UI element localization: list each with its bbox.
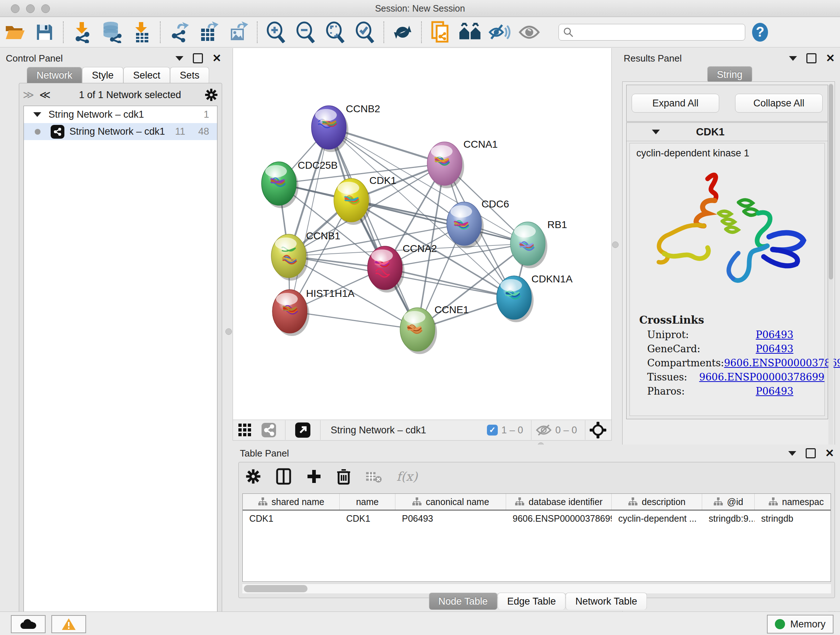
table-options-gear-icon[interactable]: [245, 469, 261, 485]
edge-CCNB2-CCNE1[interactable]: [329, 127, 417, 329]
zoom-fit-icon[interactable]: [324, 21, 347, 43]
zoom-selected-icon[interactable]: [354, 21, 376, 43]
node-HIST1H1A[interactable]: HIST1H1A: [272, 288, 355, 336]
show-columns-icon[interactable]: [276, 468, 292, 485]
crosslink-row: Pharos:P06493: [647, 386, 824, 397]
collapse-all-networks-icon[interactable]: ≪: [39, 89, 50, 100]
expand-all-button[interactable]: Expand All: [632, 94, 719, 112]
add-column-icon[interactable]: [306, 469, 322, 485]
float-panel-icon[interactable]: [806, 448, 816, 458]
table-cell[interactable]: CDK1: [340, 513, 395, 524]
crosslink-link[interactable]: 9606.ENSP00000378699: [724, 357, 840, 369]
crosslink-row: Uniprot:P06493: [647, 329, 824, 340]
birds-eye-view-icon[interactable]: [237, 419, 253, 441]
tab-node-table[interactable]: Node Table: [429, 593, 497, 610]
column-header-@id[interactable]: @id: [702, 494, 755, 510]
node-CDK1[interactable]: CDK1: [334, 175, 396, 225]
network-options-gear-icon[interactable]: [204, 88, 218, 102]
network-row[interactable]: String Network – cdk1 11 48: [24, 123, 217, 140]
column-header-namespac[interactable]: namespac: [755, 494, 831, 510]
table-hscrollbar[interactable]: [242, 584, 831, 593]
help-icon[interactable]: ?: [749, 21, 771, 43]
zoom-in-icon[interactable]: [265, 21, 287, 43]
apply-layout-icon[interactable]: [392, 21, 414, 43]
show-hidden-icon[interactable]: [518, 21, 540, 43]
tab-select[interactable]: Select: [123, 67, 170, 83]
cloud-button[interactable]: [11, 615, 46, 633]
selected-checkbox-icon[interactable]: ✓: [487, 424, 498, 435]
tab-edge-table[interactable]: Edge Table: [497, 593, 566, 610]
tab-sets[interactable]: Sets: [170, 67, 209, 83]
collapse-card-icon[interactable]: [652, 130, 660, 134]
close-panel-icon[interactable]: ✕: [825, 449, 834, 457]
tab-string[interactable]: String: [707, 66, 752, 82]
table-cell[interactable]: stringdb: [755, 513, 831, 524]
node-CDKN1A[interactable]: CDKN1A: [497, 273, 573, 322]
hide-selected-icon[interactable]: [488, 21, 511, 43]
table-cell[interactable]: stringdb:9...: [702, 513, 755, 524]
column-header-canonical-name[interactable]: canonical name: [395, 494, 506, 510]
node-RB1[interactable]: RB1: [510, 219, 567, 268]
show-all-panels-icon[interactable]: [459, 21, 481, 43]
panel-menu-icon[interactable]: [175, 56, 183, 61]
edge-CCNB2-HIST1H1A[interactable]: [290, 127, 329, 311]
node-CCNE1[interactable]: CCNE1: [400, 304, 469, 354]
table-cell[interactable]: 9606.ENSP00000378699: [506, 513, 612, 524]
network-collection-row[interactable]: String Network – cdk1 1: [24, 106, 217, 123]
node-CDC6[interactable]: CDC6: [447, 198, 509, 249]
open-file-icon[interactable]: [4, 21, 26, 43]
string-view-icon[interactable]: [261, 419, 277, 441]
crosslink-link[interactable]: P06493: [756, 329, 793, 340]
panel-menu-icon[interactable]: [789, 56, 797, 61]
network-canvas[interactable]: CCNB2CCNA1CDC25BCDK1CDC6RB1CCNB1CCNA2CDK…: [233, 48, 612, 420]
crosslink-link[interactable]: P06493: [756, 343, 793, 355]
crosslink-link[interactable]: P06493: [756, 386, 793, 397]
table-cell[interactable]: cyclin-dependent ...: [612, 513, 702, 524]
search-box[interactable]: [559, 24, 745, 41]
table-row[interactable]: CDK1CDK1P064939606.ENSP00000378699cyclin…: [243, 510, 831, 526]
export-table-icon[interactable]: [197, 21, 220, 43]
hidden-eye-icon[interactable]: [536, 424, 552, 436]
table-cell[interactable]: P06493: [395, 513, 506, 524]
export-image-icon[interactable]: [227, 21, 249, 43]
tab-network-table[interactable]: Network Table: [566, 593, 647, 610]
right-splitter-handle[interactable]: [612, 241, 619, 248]
open-in-window-icon[interactable]: [294, 419, 312, 441]
import-network-from-database-icon[interactable]: [101, 21, 123, 43]
column-header-description[interactable]: description: [612, 494, 702, 510]
column-header-shared-name[interactable]: shared name: [243, 494, 340, 510]
panel-menu-icon[interactable]: [788, 451, 796, 456]
column-label: shared name: [272, 497, 325, 507]
node-CDC25B[interactable]: CDC25B: [262, 160, 338, 208]
export-network-icon[interactable]: [168, 21, 190, 43]
protein-card-header[interactable]: CDK1: [627, 123, 828, 141]
left-splitter-handle[interactable]: [225, 328, 232, 335]
column-type-icon: [628, 497, 638, 506]
expand-all-networks-icon[interactable]: ≫: [23, 89, 34, 100]
close-panel-icon[interactable]: ✕: [212, 54, 221, 62]
delete-column-icon[interactable]: [336, 468, 351, 485]
tab-network[interactable]: Network: [27, 67, 82, 83]
collapse-all-button[interactable]: Collapse All: [735, 94, 823, 112]
crosslink-link[interactable]: 9606.ENSP00000378699: [699, 371, 824, 383]
node-CCNB1[interactable]: CCNB1: [271, 230, 340, 280]
search-input[interactable]: [573, 27, 741, 38]
fit-content-crosshair-icon[interactable]: [590, 422, 606, 439]
zoom-out-icon[interactable]: [294, 21, 317, 43]
table-cell[interactable]: CDK1: [243, 513, 340, 524]
collection-expand-icon[interactable]: [33, 112, 41, 117]
float-panel-icon[interactable]: [193, 53, 203, 63]
duplicate-network-icon[interactable]: [429, 21, 452, 43]
crosslink-row: GeneCard:P06493: [647, 343, 824, 355]
close-panel-icon[interactable]: ✕: [826, 54, 835, 62]
save-session-icon[interactable]: [33, 21, 56, 43]
warning-button[interactable]: [51, 615, 86, 633]
node-CCNB2[interactable]: CCNB2: [311, 103, 380, 152]
float-panel-icon[interactable]: [806, 53, 816, 63]
column-header-database-identifier[interactable]: database identifier: [506, 494, 612, 510]
column-header-name[interactable]: name: [340, 494, 395, 510]
import-table-icon[interactable]: [130, 21, 153, 43]
import-network-icon[interactable]: [71, 21, 93, 43]
memory-button[interactable]: Memory: [767, 615, 834, 633]
tab-style[interactable]: Style: [82, 67, 123, 83]
